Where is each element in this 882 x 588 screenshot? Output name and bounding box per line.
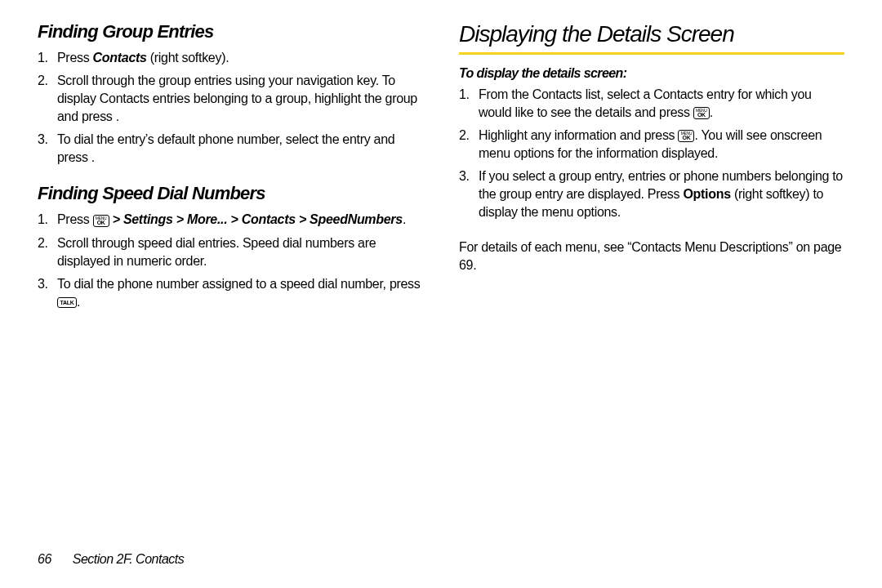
list-item: Scroll through the group entries using y… [38,72,423,126]
paragraph-see-also: For details of each menu, see “Contacts … [459,238,844,274]
section-title-details-screen: Displaying the Details Screen [459,21,844,55]
talk-key-icon: TALK [57,297,77,308]
list-item: If you select a group entry, entries or … [459,167,844,221]
list-item: From the Contacts list, select a Contact… [459,86,844,122]
list-item: Highlight any information and press MENU… [459,127,844,163]
list-item: To dial the entry’s default phone number… [38,131,423,167]
step-text: Scroll through speed dial entries. Speed… [57,236,376,268]
menu-path: > Settings > More... > Contacts > SpeedN… [109,212,403,226]
step-text: . [710,105,713,119]
menu-ok-key-icon: MENUOK [93,215,109,227]
page-columns: Finding Group Entries Press Contacts (ri… [38,21,844,519]
ui-label-options: Options [683,187,730,201]
step-text: To dial the phone number assigned to a s… [57,277,421,291]
list-finding-group-entries: Press Contacts (right softkey). Scroll t… [38,49,423,167]
step-text: Scroll through the group entries using y… [57,74,417,123]
step-text: . [77,295,80,309]
list-details-screen: From the Contacts list, select a Contact… [459,86,844,222]
list-item: To dial the phone number assigned to a s… [38,275,423,311]
menu-ok-key-icon: MENUOK [678,130,694,142]
left-column: Finding Group Entries Press Contacts (ri… [38,21,423,519]
heading-finding-group-entries: Finding Group Entries [38,21,423,42]
page-number: 66 [38,552,51,566]
step-text: From the Contacts list, select a Contact… [479,87,812,119]
intro-line: To display the details screen: [459,66,844,81]
page-footer: 66Section 2F. Contacts [38,552,184,567]
list-item: Press Contacts (right softkey). [38,49,423,67]
step-text: To dial the entry’s default phone number… [57,132,394,164]
step-text: . [403,212,406,226]
right-column: Displaying the Details Screen To display… [459,21,844,519]
step-text: (right softkey). [147,51,229,65]
list-item: Scroll through speed dial entries. Speed… [38,234,423,270]
ui-label-contacts: Contacts [93,51,147,65]
heading-finding-speed-dial: Finding Speed Dial Numbers [38,183,423,204]
step-text: Highlight any information and press [479,128,678,142]
step-text: Press [57,51,93,65]
step-text: Press [57,212,93,226]
section-label: Section 2F. Contacts [73,552,184,566]
list-finding-speed-dial: Press MENUOK > Settings > More... > Cont… [38,211,423,310]
list-item: Press MENUOK > Settings > More... > Cont… [38,211,423,229]
menu-ok-key-icon: MENUOK [693,107,710,119]
